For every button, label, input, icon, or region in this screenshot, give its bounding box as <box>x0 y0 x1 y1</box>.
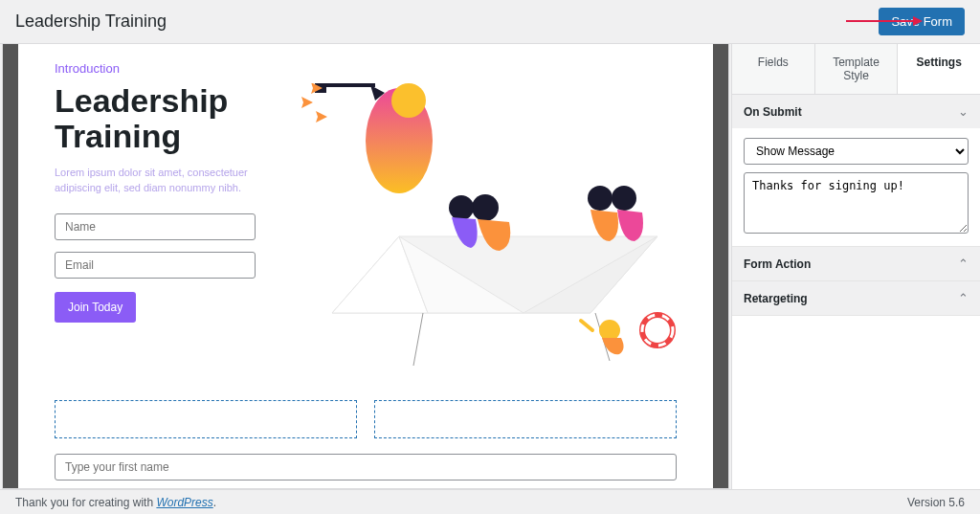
tab-settings[interactable]: Settings <box>898 44 980 94</box>
svg-point-10 <box>588 186 612 211</box>
intro-label: Introduction <box>55 61 677 76</box>
chevron-up-icon: ⌃ <box>958 257 969 271</box>
on-submit-select[interactable]: Show Message <box>744 138 969 165</box>
section-retargeting-title: Retargeting <box>744 292 808 305</box>
svg-point-8 <box>472 194 499 221</box>
tab-template-style[interactable]: Template Style <box>815 44 899 94</box>
hero-illustration <box>275 83 677 373</box>
drop-zone-right[interactable] <box>374 400 677 438</box>
section-retargeting-header[interactable]: Retargeting ⌃ <box>732 281 980 315</box>
svg-point-5 <box>391 83 426 118</box>
svg-rect-6 <box>323 83 375 87</box>
svg-point-12 <box>599 320 620 341</box>
hero-subtitle: Lorem ipsum dolor sit amet, consectetuer… <box>55 165 256 196</box>
tab-fields[interactable]: Fields <box>732 44 815 94</box>
wordpress-link[interactable]: WordPress <box>156 496 212 509</box>
email-input[interactable] <box>55 252 256 279</box>
sidebar: Fields Template Style Settings On Submit… <box>731 44 980 489</box>
save-form-button[interactable]: Save Form <box>879 8 965 35</box>
first-name-input-1[interactable] <box>55 454 677 480</box>
chevron-down-icon: ⌄ <box>958 104 969 119</box>
page-title: Leadership Training <box>15 11 167 32</box>
version-label: Version 5.6 <box>907 496 965 509</box>
footer-credit: Thank you for creating with WordPress. <box>15 496 216 509</box>
section-form-action-title: Form Action <box>744 257 811 271</box>
drop-zone-left[interactable] <box>55 400 357 438</box>
section-on-submit-title: On Submit <box>744 105 802 119</box>
section-on-submit-header[interactable]: On Submit ⌄ <box>732 95 980 128</box>
form-canvas[interactable]: Introduction Leadership Training Lorem i… <box>18 44 713 488</box>
on-submit-message-textarea[interactable]: Thanks for signing up! <box>744 172 969 234</box>
hero-title: Leadership Training <box>55 83 256 155</box>
chevron-up-icon: ⌃ <box>958 291 969 305</box>
section-form-action-header[interactable]: Form Action ⌃ <box>732 247 980 280</box>
name-input[interactable] <box>55 213 256 240</box>
join-button[interactable]: Join Today <box>55 292 136 323</box>
svg-line-2 <box>413 313 423 366</box>
svg-point-11 <box>612 186 636 211</box>
svg-point-9 <box>449 195 474 220</box>
